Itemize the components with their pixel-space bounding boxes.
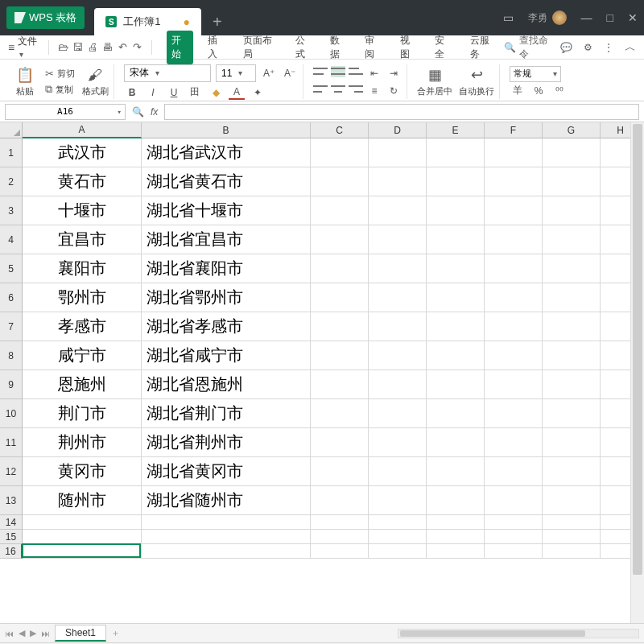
cell[interactable]	[427, 341, 485, 370]
italic-button[interactable]: I	[145, 85, 161, 100]
cell[interactable]	[369, 457, 427, 486]
sheet-tab[interactable]: Sheet1	[55, 625, 106, 642]
cell[interactable]: 恩施州	[23, 370, 142, 399]
cell[interactable]	[142, 515, 311, 530]
name-box[interactable]: A16 ▾	[5, 104, 126, 120]
cell[interactable]: 孝感市	[23, 312, 142, 341]
cell[interactable]	[311, 254, 369, 283]
cell[interactable]	[23, 544, 142, 559]
cell[interactable]	[485, 283, 543, 312]
cell[interactable]	[369, 399, 427, 428]
cell[interactable]	[543, 486, 601, 515]
cell[interactable]	[369, 530, 427, 544]
cell[interactable]	[369, 370, 427, 399]
cell[interactable]: 黄冈市	[23, 457, 142, 486]
cell[interactable]	[485, 196, 543, 225]
cell[interactable]	[543, 399, 601, 428]
row-header[interactable]: 2	[0, 167, 23, 196]
cell[interactable]: 湖北省襄阳市	[142, 254, 311, 283]
cell[interactable]	[311, 370, 369, 399]
cell[interactable]: 湖北省鄂州市	[142, 283, 311, 312]
cell[interactable]	[543, 225, 601, 254]
cell[interactable]	[311, 196, 369, 225]
column-header[interactable]: F	[485, 122, 543, 138]
paste-button[interactable]: 📋 粘贴	[11, 66, 39, 97]
merge-center-button[interactable]: ▦ 合并居中	[417, 66, 452, 97]
cell[interactable]	[485, 138, 543, 167]
cell[interactable]	[427, 283, 485, 312]
cell[interactable]: 襄阳市	[23, 254, 142, 283]
cell[interactable]	[427, 312, 485, 341]
row-header[interactable]: 8	[0, 341, 23, 370]
cell[interactable]: 湖北省孝感市	[142, 312, 311, 341]
percent-button[interactable]: %	[530, 84, 547, 98]
currency-button[interactable]: 羊	[510, 84, 526, 98]
prev-sheet-button[interactable]: ◀	[19, 628, 25, 638]
cell[interactable]	[369, 196, 427, 225]
tab-security[interactable]: 安全	[431, 31, 455, 64]
row-header[interactable]: 14	[0, 515, 23, 530]
tab-cloud[interactable]: 云服务	[467, 31, 499, 64]
row-header[interactable]: 7	[0, 312, 23, 341]
cell[interactable]: 湖北省咸宁市	[142, 341, 311, 370]
cell[interactable]	[427, 486, 485, 515]
orientation-button[interactable]: ↻	[386, 84, 402, 98]
cell[interactable]	[485, 530, 543, 544]
scrollbar-thumb[interactable]	[400, 630, 585, 637]
row-header[interactable]: 6	[0, 283, 23, 312]
cell[interactable]	[369, 283, 427, 312]
align-right-button[interactable]	[349, 84, 363, 95]
cell[interactable]	[427, 370, 485, 399]
cell[interactable]: 湖北省荆州市	[142, 428, 311, 457]
column-header[interactable]: D	[369, 122, 427, 138]
chat-icon[interactable]: 💬	[560, 42, 572, 53]
cell[interactable]	[485, 312, 543, 341]
cell[interactable]	[485, 457, 543, 486]
cell[interactable]	[427, 254, 485, 283]
cell[interactable]	[311, 167, 369, 196]
next-sheet-button[interactable]: ▶	[30, 628, 36, 638]
more-icon[interactable]: ⋮	[604, 42, 613, 53]
cell[interactable]	[427, 167, 485, 196]
add-sheet-button[interactable]: ＋	[111, 627, 120, 639]
search-commands[interactable]: 🔍 查找命令	[504, 34, 549, 61]
justify-button[interactable]: ≡	[366, 84, 382, 98]
cell[interactable]	[23, 530, 142, 544]
cell[interactable]	[311, 312, 369, 341]
horizontal-scrollbar[interactable]	[398, 629, 639, 638]
cell[interactable]	[543, 530, 601, 544]
cell[interactable]	[142, 544, 311, 559]
cell[interactable]: 湖北省随州市	[142, 486, 311, 515]
cell[interactable]	[543, 515, 601, 530]
cell[interactable]	[369, 254, 427, 283]
cell[interactable]	[485, 428, 543, 457]
add-tab-button[interactable]: +	[213, 13, 222, 31]
cell[interactable]	[543, 428, 601, 457]
undo-icon[interactable]: ↶	[117, 41, 128, 54]
scrollbar-thumb[interactable]	[633, 124, 642, 575]
format-painter-button[interactable]: 🖌 格式刷	[81, 67, 109, 97]
column-header[interactable]: C	[311, 122, 369, 138]
cell[interactable]	[543, 370, 601, 399]
row-header[interactable]: 3	[0, 196, 23, 225]
cell[interactable]	[427, 544, 485, 559]
formula-input[interactable]	[164, 104, 639, 120]
cell[interactable]: 湖北省武汉市	[142, 138, 311, 167]
column-header[interactable]: B	[142, 122, 311, 138]
redo-icon[interactable]: ↷	[132, 41, 143, 54]
cell[interactable]	[427, 399, 485, 428]
cell[interactable]	[427, 515, 485, 530]
cell[interactable]	[369, 544, 427, 559]
cell[interactable]	[543, 544, 601, 559]
cell[interactable]: 鄂州市	[23, 283, 142, 312]
cell[interactable]: 湖北省黄冈市	[142, 457, 311, 486]
window-minimize-button[interactable]: —	[581, 11, 592, 24]
row-header[interactable]: 12	[0, 457, 23, 486]
number-format-select[interactable]: 常规▾	[510, 66, 561, 82]
print-preview-icon[interactable]: 🖨	[87, 41, 98, 54]
column-header[interactable]: E	[427, 122, 485, 138]
cell[interactable]	[543, 138, 601, 167]
cell[interactable]: 武汉市	[23, 138, 142, 167]
fill-color-button[interactable]: ◆	[208, 85, 224, 100]
cell[interactable]	[485, 515, 543, 530]
